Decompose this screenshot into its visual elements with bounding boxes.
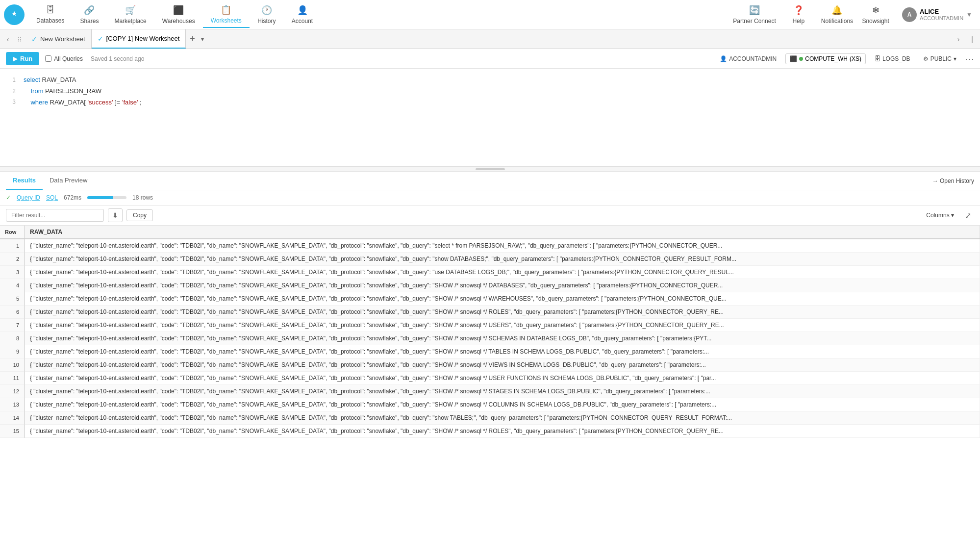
results-tab-label: Results bbox=[13, 177, 36, 184]
account-label: ACCOUNTADMIN bbox=[729, 55, 777, 62]
nav-item-shares[interactable]: 🔗 Shares bbox=[72, 2, 106, 27]
tab-label-2: [COPY 1] New Worksheet bbox=[106, 35, 180, 42]
download-button[interactable]: ⬇ bbox=[108, 208, 123, 222]
copy-button[interactable]: Copy bbox=[126, 209, 153, 221]
toolbar-right: 👤 ACCOUNTADMIN ⬛ COMPUTE_WH (XS) 🗄 LOGS_… bbox=[716, 53, 974, 64]
user-info: ALICE ACCOUNTADMIN bbox=[920, 8, 963, 21]
filter-input[interactable] bbox=[6, 209, 104, 222]
tab-worksheet-2[interactable]: ✓ [COPY 1] New Worksheet bbox=[92, 29, 186, 49]
databases-icon: 🗄 bbox=[46, 5, 55, 15]
nav-item-warehouses[interactable]: ⬛ Warehouses bbox=[154, 2, 203, 27]
table-row: 3{ "cluster_name": "teleport-10-ent.aste… bbox=[0, 266, 980, 279]
help-icon: ❓ bbox=[793, 5, 804, 16]
all-queries-checkbox-label[interactable]: All Queries bbox=[45, 55, 83, 62]
database-badge[interactable]: 🗄 LOGS_DB bbox=[871, 54, 914, 64]
row-number: 6 bbox=[0, 306, 25, 319]
row-raw-data: { "cluster_name": "teleport-10-ent.aster… bbox=[25, 332, 980, 345]
nav-item-marketplace[interactable]: 🛒 Marketplace bbox=[106, 2, 154, 27]
app-logo[interactable] bbox=[4, 4, 25, 25]
warehouses-icon: ⬛ bbox=[173, 5, 184, 16]
nav-notifications[interactable]: 🔔 Notifications bbox=[821, 5, 853, 25]
partner-connect-icon: 🔄 bbox=[749, 5, 760, 16]
row-raw-data: { "cluster_name": "teleport-10-ent.aster… bbox=[25, 266, 980, 279]
query-success-icon: ✓ bbox=[6, 194, 11, 201]
col-header-raw-data[interactable]: RAW_DATA bbox=[25, 226, 980, 239]
open-history-label: → Open History bbox=[932, 178, 974, 184]
nav-label-shares: Shares bbox=[80, 18, 99, 25]
avatar: A bbox=[902, 7, 917, 22]
tab-data-preview[interactable]: Data Preview bbox=[43, 172, 94, 190]
tab-more-btn[interactable]: | bbox=[966, 33, 978, 45]
nav-snowsight[interactable]: ❄ Snowsight bbox=[861, 5, 890, 25]
table-row: 7{ "cluster_name": "teleport-10-ent.aste… bbox=[0, 319, 980, 332]
database-icon: 🗄 bbox=[875, 55, 880, 62]
shares-icon: 🔗 bbox=[84, 5, 95, 16]
results-tabs: Results Data Preview → Open History bbox=[0, 172, 980, 190]
tab-results[interactable]: Results bbox=[6, 172, 43, 190]
account-badge[interactable]: 👤 ACCOUNTADMIN bbox=[716, 54, 780, 64]
nav-item-databases[interactable]: 🗄 Databases bbox=[28, 2, 72, 27]
nav-partner-connect[interactable]: 🔄 Partner Connect bbox=[733, 5, 776, 25]
tab-add-button[interactable]: + bbox=[186, 34, 199, 44]
query-id-link[interactable]: Query ID bbox=[17, 194, 40, 201]
table-row: 14{ "cluster_name": "teleport-10-ent.ast… bbox=[0, 411, 980, 425]
resize-handle[interactable] bbox=[0, 167, 980, 172]
nav-label-account: Account bbox=[292, 18, 313, 25]
table-row: 9{ "cluster_name": "teleport-10-ent.aste… bbox=[0, 345, 980, 358]
tab-check-icon-2: ✓ bbox=[98, 35, 103, 43]
expand-button[interactable]: ⤢ bbox=[962, 210, 974, 221]
row-number: 4 bbox=[0, 279, 25, 292]
keyword-where: where bbox=[30, 99, 48, 106]
row-number: 1 bbox=[0, 239, 25, 253]
code-content-3: where RAW_DATA[ 'success' ]= 'false' ; bbox=[24, 98, 142, 108]
toolbar-more-button[interactable]: ⋯ bbox=[965, 53, 974, 64]
schema-label: PUBLIC bbox=[930, 55, 952, 62]
table-row: 13{ "cluster_name": "teleport-10-ent.ast… bbox=[0, 398, 980, 411]
tab-sidebar-btn[interactable]: ⁝⁝ bbox=[14, 33, 25, 45]
top-nav: 🗄 Databases 🔗 Shares 🛒 Marketplace ⬛ War… bbox=[0, 0, 980, 29]
tab-worksheet-1[interactable]: ✓ New Worksheet bbox=[25, 29, 92, 49]
keyword-from: from bbox=[30, 87, 43, 95]
row-raw-data: { "cluster_name": "teleport-10-ent.aster… bbox=[25, 292, 980, 306]
row-raw-data: { "cluster_name": "teleport-10-ent.aster… bbox=[25, 253, 980, 266]
sql-link[interactable]: SQL bbox=[46, 194, 58, 201]
line-number-2: 2 bbox=[0, 87, 24, 96]
query-progress-bar bbox=[87, 196, 126, 199]
notifications-icon: 🔔 bbox=[831, 5, 842, 16]
schema-badge[interactable]: ⚙ PUBLIC ▾ bbox=[919, 54, 960, 64]
row-raw-data: { "cluster_name": "teleport-10-ent.aster… bbox=[25, 319, 980, 332]
run-button[interactable]: ▶ Run bbox=[6, 52, 39, 65]
query-timing: 672ms bbox=[64, 194, 81, 201]
user-initials: A bbox=[907, 11, 912, 18]
worksheets-icon: 📋 bbox=[221, 4, 231, 15]
string-success: 'success' bbox=[88, 99, 113, 106]
nav-item-account[interactable]: 👤 Account bbox=[284, 2, 321, 27]
toolbar: ▶ Run All Queries Saved 1 second ago 👤 A… bbox=[0, 49, 980, 69]
nav-help[interactable]: ❓ Help bbox=[784, 5, 813, 25]
tab-prev-btn[interactable]: ‹ bbox=[2, 33, 14, 45]
row-count: 18 rows bbox=[132, 194, 153, 201]
all-queries-checkbox[interactable] bbox=[45, 55, 51, 62]
code-line-3: 3 where RAW_DATA[ 'success' ]= 'false' ; bbox=[0, 97, 980, 108]
code-line-1: 1 select RAW_DATA bbox=[0, 75, 980, 86]
table-row: 8{ "cluster_name": "teleport-10-ent.aste… bbox=[0, 332, 980, 345]
open-history-button[interactable]: → Open History bbox=[932, 178, 974, 184]
table-row: 11{ "cluster_name": "teleport-10-ent.ast… bbox=[0, 372, 980, 385]
line-number-1: 1 bbox=[0, 76, 24, 85]
tab-dropdown-button[interactable]: ▾ bbox=[199, 36, 206, 43]
code-editor[interactable]: 1 select RAW_DATA 2 from PARSEJSON_RAW 3… bbox=[0, 69, 980, 167]
warehouse-badge[interactable]: ⬛ COMPUTE_WH (XS) bbox=[785, 53, 866, 64]
row-number: 11 bbox=[0, 372, 25, 385]
nav-item-history[interactable]: 🕐 History bbox=[250, 2, 284, 27]
history-icon: 🕐 bbox=[261, 5, 272, 16]
filter-row: ⬇ Copy Columns ▾ ⤢ bbox=[0, 205, 980, 226]
tab-next-btn[interactable]: › bbox=[953, 33, 964, 45]
columns-button[interactable]: Columns ▾ bbox=[922, 210, 958, 221]
nav-item-worksheets[interactable]: 📋 Worksheets bbox=[203, 1, 250, 28]
user-section[interactable]: A ALICE ACCOUNTADMIN ▼ bbox=[898, 5, 976, 24]
table-row: 12{ "cluster_name": "teleport-10-ent.ast… bbox=[0, 385, 980, 398]
nav-label-worksheets: Worksheets bbox=[211, 17, 242, 24]
col-header-row[interactable]: Row bbox=[0, 226, 25, 239]
copy-label: Copy bbox=[133, 212, 147, 219]
col-header-raw-data-label: RAW_DATA bbox=[30, 229, 62, 235]
